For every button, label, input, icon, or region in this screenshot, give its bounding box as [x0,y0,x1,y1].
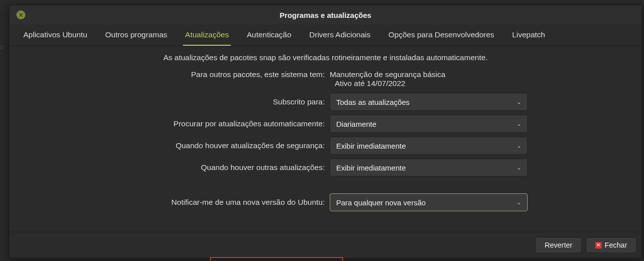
active-until: Ativo até 14/07/2022 [21,79,630,88]
revert-label: Reverter [545,241,572,249]
check-auto-value: Diariamente [336,120,517,128]
security-updates-label: Quando houver atualizações de segurança: [21,141,330,150]
snap-notice: As atualizações de pacotes snap são veri… [21,53,630,62]
other-updates-label: Quando houver outras atualizações: [21,163,330,172]
revert-button[interactable]: Reverter [535,237,582,253]
tab-drivers-adicionais[interactable]: Drivers Adicionais [307,24,372,46]
tab-livepatch[interactable]: Livepatch [510,24,547,46]
security-updates-value: Exibir imediatamente [336,142,517,150]
close-x-icon: ✕ [595,242,602,249]
notify-version-value: Para qualquer nova versão [336,198,517,207]
system-label: Para outros pacotes, este sistema tem: [21,70,330,79]
content-area: As atualizações de pacotes snap são veri… [9,46,642,232]
chevron-down-icon: ⌄ [517,165,521,171]
software-updates-window: Programas e atualizações Aplicativos Ubu… [9,5,642,259]
check-auto-select[interactable]: Diariamente ⌄ [330,115,528,133]
subscribed-label: Subscrito para: [21,97,330,106]
chevron-down-icon: ⌄ [517,199,521,206]
row-check-auto: Procurar por atualizações automaticament… [21,115,630,133]
window-close-button[interactable] [16,10,25,19]
titlebar: Programas e atualizações [9,5,642,24]
close-button[interactable]: ✕ Fechar [586,237,637,253]
subscribed-value: Todas as atualizações [336,98,517,106]
annotation-box [210,257,343,261]
notify-version-select[interactable]: Para qualquer nova versão ⌄ [330,193,528,211]
chevron-down-icon: ⌄ [517,121,521,127]
tab-outros-programas[interactable]: Outros programas [103,24,169,46]
notify-version-label: Notificar-me de uma nova versão do Ubunt… [21,198,330,207]
system-maintenance-info: Para outros pacotes, este sistema tem: M… [21,70,630,88]
other-updates-value: Exibir imediatamente [336,164,517,172]
chevron-down-icon: ⌄ [517,143,521,149]
tab-atualizacoes[interactable]: Atualizações [183,24,231,46]
close-icon [19,13,23,17]
row-notify-version: Notificar-me de uma nova versão do Ubunt… [21,193,630,211]
close-label: Fechar [605,241,627,249]
obscured-text: o [0,43,4,51]
tab-opcoes-desenvolvedores[interactable]: Opções para Desenvolvedores [386,24,496,46]
security-updates-select[interactable]: Exibir imediatamente ⌄ [330,137,528,155]
other-updates-select[interactable]: Exibir imediatamente ⌄ [330,159,528,176]
footer: Reverter ✕ Fechar [9,232,642,258]
check-auto-label: Procurar por atualizações automaticament… [21,119,330,128]
subscribed-select[interactable]: Todas as atualizações ⌄ [330,93,528,111]
row-other-updates: Quando houver outras atualizações: Exibi… [21,159,630,176]
system-value: Manutenção de segurança básica [330,70,630,79]
tab-autenticacao[interactable]: Autenticação [245,24,293,46]
row-security-updates: Quando houver atualizações de segurança:… [21,137,630,155]
row-subscribed: Subscrito para: Todas as atualizações ⌄ [21,93,630,111]
chevron-down-icon: ⌄ [517,99,521,105]
tabs: Aplicativos Ubuntu Outros programas Atua… [9,24,642,46]
tab-aplicativos-ubuntu[interactable]: Aplicativos Ubuntu [21,24,89,46]
window-title: Programas e atualizações [9,11,642,19]
